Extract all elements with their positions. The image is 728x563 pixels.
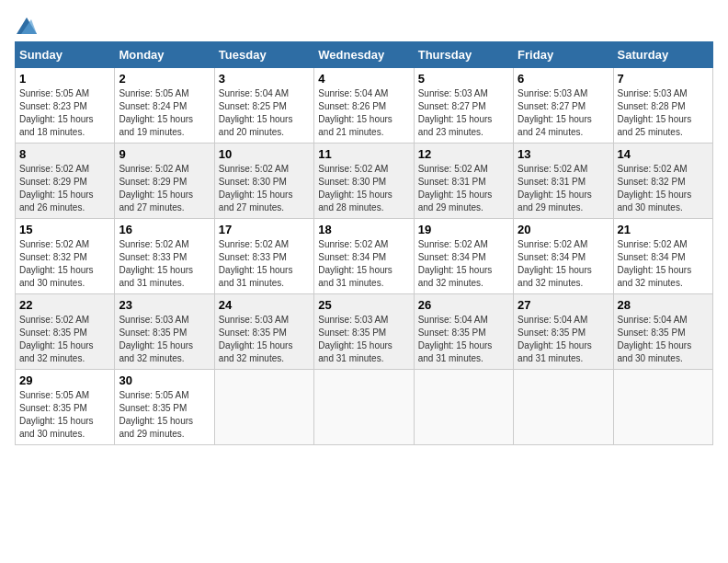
logo [15,15,37,34]
day-detail: Sunrise: 5:03 AM Sunset: 8:28 PM Dayligh… [618,87,709,139]
day-detail: Sunrise: 5:04 AM Sunset: 8:35 PM Dayligh… [518,314,609,365]
day-detail: Sunrise: 5:02 AM Sunset: 8:31 PM Dayligh… [518,163,609,214]
calendar-cell: 18 Sunrise: 5:02 AM Sunset: 8:34 PM Dayl… [314,219,414,294]
day-detail: Sunrise: 5:03 AM Sunset: 8:35 PM Dayligh… [219,314,310,365]
calendar-week-3: 15 Sunrise: 5:02 AM Sunset: 8:32 PM Dayl… [16,219,713,294]
calendar-cell: 8 Sunrise: 5:02 AM Sunset: 8:29 PM Dayli… [16,144,115,219]
day-number: 26 [418,298,509,312]
calendar-cell: 7 Sunrise: 5:03 AM Sunset: 8:28 PM Dayli… [613,68,712,144]
day-number: 30 [119,373,210,387]
calendar-cell: 13 Sunrise: 5:02 AM Sunset: 8:31 PM Dayl… [514,144,613,219]
calendar-cell: 28 Sunrise: 5:04 AM Sunset: 8:35 PM Dayl… [613,294,712,370]
calendar-table: SundayMondayTuesdayWednesdayThursdayFrid… [15,41,713,445]
day-number: 21 [618,223,709,236]
day-detail: Sunrise: 5:02 AM Sunset: 8:35 PM Dayligh… [19,314,110,365]
day-number: 23 [119,298,210,312]
day-detail: Sunrise: 5:05 AM Sunset: 8:35 PM Dayligh… [119,389,210,441]
calendar-cell: 17 Sunrise: 5:02 AM Sunset: 8:33 PM Dayl… [214,219,313,294]
calendar-cell [314,370,414,445]
weekday-header-wednesday: Wednesday [314,42,414,68]
calendar-week-4: 22 Sunrise: 5:02 AM Sunset: 8:35 PM Dayl… [16,294,713,370]
day-detail: Sunrise: 5:02 AM Sunset: 8:33 PM Dayligh… [119,238,210,290]
day-detail: Sunrise: 5:03 AM Sunset: 8:35 PM Dayligh… [119,314,210,365]
day-detail: Sunrise: 5:02 AM Sunset: 8:34 PM Dayligh… [518,238,609,290]
day-detail: Sunrise: 5:04 AM Sunset: 8:26 PM Dayligh… [318,87,409,139]
day-number: 16 [119,223,210,236]
calendar-cell: 16 Sunrise: 5:02 AM Sunset: 8:33 PM Dayl… [115,219,214,294]
day-number: 3 [219,72,310,86]
day-detail: Sunrise: 5:05 AM Sunset: 8:35 PM Dayligh… [19,389,110,441]
calendar-cell: 29 Sunrise: 5:05 AM Sunset: 8:35 PM Dayl… [16,370,115,445]
weekday-header-saturday: Saturday [613,42,712,68]
calendar-week-5: 29 Sunrise: 5:05 AM Sunset: 8:35 PM Dayl… [16,370,713,445]
calendar-header-row: SundayMondayTuesdayWednesdayThursdayFrid… [16,42,713,68]
day-detail: Sunrise: 5:02 AM Sunset: 8:32 PM Dayligh… [19,238,110,290]
day-detail: Sunrise: 5:02 AM Sunset: 8:30 PM Dayligh… [219,163,310,214]
weekday-header-monday: Monday [115,42,214,68]
calendar-cell: 30 Sunrise: 5:05 AM Sunset: 8:35 PM Dayl… [115,370,214,445]
calendar-week-1: 1 Sunrise: 5:05 AM Sunset: 8:23 PM Dayli… [16,68,713,144]
calendar-cell: 23 Sunrise: 5:03 AM Sunset: 8:35 PM Dayl… [115,294,214,370]
day-number: 28 [618,298,709,312]
calendar-cell [214,370,313,445]
day-detail: Sunrise: 5:04 AM Sunset: 8:35 PM Dayligh… [618,314,709,365]
day-number: 8 [19,147,110,161]
day-number: 29 [19,373,110,387]
calendar-week-2: 8 Sunrise: 5:02 AM Sunset: 8:29 PM Dayli… [16,144,713,219]
day-number: 12 [418,147,509,161]
day-number: 22 [19,298,110,312]
day-detail: Sunrise: 5:05 AM Sunset: 8:24 PM Dayligh… [119,87,210,139]
calendar-cell: 15 Sunrise: 5:02 AM Sunset: 8:32 PM Dayl… [16,219,115,294]
weekday-header-tuesday: Tuesday [214,42,313,68]
calendar-cell: 14 Sunrise: 5:02 AM Sunset: 8:32 PM Dayl… [613,144,712,219]
logo-icon [17,17,37,34]
day-number: 6 [518,72,609,86]
calendar-cell: 1 Sunrise: 5:05 AM Sunset: 8:23 PM Dayli… [16,68,115,144]
day-detail: Sunrise: 5:02 AM Sunset: 8:34 PM Dayligh… [618,238,709,290]
calendar-body: 1 Sunrise: 5:05 AM Sunset: 8:23 PM Dayli… [16,68,713,445]
day-detail: Sunrise: 5:02 AM Sunset: 8:34 PM Dayligh… [318,238,409,290]
day-number: 5 [418,72,509,86]
calendar-cell: 9 Sunrise: 5:02 AM Sunset: 8:29 PM Dayli… [115,144,214,219]
calendar-cell: 22 Sunrise: 5:02 AM Sunset: 8:35 PM Dayl… [16,294,115,370]
day-number: 10 [219,147,310,161]
day-number: 9 [119,147,210,161]
calendar-cell: 26 Sunrise: 5:04 AM Sunset: 8:35 PM Dayl… [414,294,513,370]
calendar-cell: 12 Sunrise: 5:02 AM Sunset: 8:31 PM Dayl… [414,144,513,219]
calendar-cell: 3 Sunrise: 5:04 AM Sunset: 8:25 PM Dayli… [214,68,313,144]
calendar-cell [414,370,513,445]
weekday-header-sunday: Sunday [16,42,115,68]
calendar-cell: 6 Sunrise: 5:03 AM Sunset: 8:27 PM Dayli… [514,68,613,144]
calendar-cell: 19 Sunrise: 5:02 AM Sunset: 8:34 PM Dayl… [414,219,513,294]
day-detail: Sunrise: 5:05 AM Sunset: 8:23 PM Dayligh… [19,87,110,139]
day-detail: Sunrise: 5:04 AM Sunset: 8:25 PM Dayligh… [219,87,310,139]
day-detail: Sunrise: 5:02 AM Sunset: 8:29 PM Dayligh… [19,163,110,214]
calendar-cell: 10 Sunrise: 5:02 AM Sunset: 8:30 PM Dayl… [214,144,313,219]
day-detail: Sunrise: 5:02 AM Sunset: 8:32 PM Dayligh… [618,163,709,214]
weekday-header-thursday: Thursday [414,42,513,68]
day-number: 19 [418,223,509,236]
calendar-cell: 2 Sunrise: 5:05 AM Sunset: 8:24 PM Dayli… [115,68,214,144]
day-detail: Sunrise: 5:02 AM Sunset: 8:34 PM Dayligh… [418,238,509,290]
day-number: 7 [618,72,709,86]
calendar-cell: 27 Sunrise: 5:04 AM Sunset: 8:35 PM Dayl… [514,294,613,370]
calendar-cell: 20 Sunrise: 5:02 AM Sunset: 8:34 PM Dayl… [514,219,613,294]
calendar-cell [613,370,712,445]
page-header [15,15,713,34]
day-number: 2 [119,72,210,86]
day-number: 18 [318,223,409,236]
day-number: 27 [518,298,609,312]
day-detail: Sunrise: 5:02 AM Sunset: 8:30 PM Dayligh… [318,163,409,214]
calendar-cell: 11 Sunrise: 5:02 AM Sunset: 8:30 PM Dayl… [314,144,414,219]
day-number: 24 [219,298,310,312]
calendar-cell: 5 Sunrise: 5:03 AM Sunset: 8:27 PM Dayli… [414,68,513,144]
day-detail: Sunrise: 5:04 AM Sunset: 8:35 PM Dayligh… [418,314,509,365]
day-number: 11 [318,147,409,161]
calendar-cell: 25 Sunrise: 5:03 AM Sunset: 8:35 PM Dayl… [314,294,414,370]
weekday-header-friday: Friday [514,42,613,68]
day-detail: Sunrise: 5:03 AM Sunset: 8:27 PM Dayligh… [418,87,509,139]
day-detail: Sunrise: 5:02 AM Sunset: 8:31 PM Dayligh… [418,163,509,214]
calendar-cell [514,370,613,445]
day-detail: Sunrise: 5:02 AM Sunset: 8:29 PM Dayligh… [119,163,210,214]
day-detail: Sunrise: 5:03 AM Sunset: 8:35 PM Dayligh… [318,314,409,365]
